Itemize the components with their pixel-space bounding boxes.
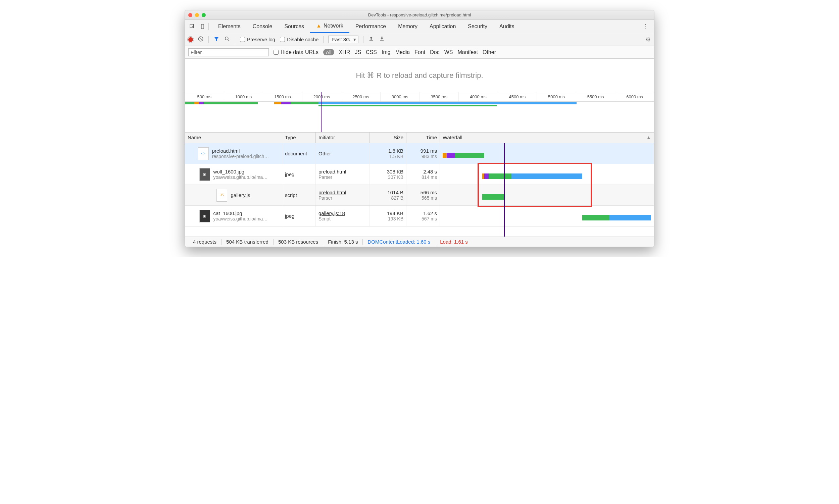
tab-console[interactable]: Console [247, 20, 279, 33]
status-load: Load: 1.61 s [435, 239, 472, 245]
load-marker-line [504, 143, 505, 237]
titlebar[interactable]: DevTools - responsive-preload.glitch.me/… [185, 11, 654, 20]
tab-application[interactable]: Application [424, 20, 462, 33]
initiator-link[interactable]: gallery.js:18 [319, 210, 367, 216]
svg-line-5 [228, 40, 229, 41]
column-size[interactable]: Size [370, 132, 406, 143]
select-element-icon[interactable] [189, 23, 196, 30]
table-row[interactable]: <>preload.htmlresponsive-preload.glitch…… [185, 143, 654, 164]
tab-memory[interactable]: Memory [392, 20, 424, 33]
filter-type-media[interactable]: Media [395, 49, 410, 55]
svg-rect-6 [370, 41, 373, 41]
network-toolbar: Preserve log Disable cache Fast 3G ⚙ [185, 33, 654, 46]
request-name: preload.html [212, 148, 269, 154]
upload-har-icon[interactable] [368, 36, 374, 43]
tab-sources[interactable]: Sources [278, 20, 310, 33]
svg-rect-1 [201, 24, 204, 29]
tab-performance[interactable]: Performance [350, 20, 392, 33]
filter-input[interactable] [188, 48, 269, 56]
sort-caret-icon: ▲ [646, 134, 651, 140]
tab-network[interactable]: ▲Network [310, 20, 350, 33]
device-toggle-icon[interactable] [200, 23, 207, 30]
throttle-select[interactable]: Fast 3G [328, 36, 358, 43]
record-button[interactable] [188, 37, 193, 42]
requests-table-header: Name Type Initiator Size Time Waterfall▲ [185, 132, 654, 143]
timeline-ticks: 500 ms1000 ms1500 ms2000 ms2500 ms3000 m… [185, 92, 654, 102]
status-bar: 4 requests 504 KB transferred 503 KB res… [185, 237, 654, 247]
preserve-log-checkbox[interactable]: Preserve log [240, 37, 275, 42]
filter-type-img[interactable]: Img [381, 49, 391, 55]
column-initiator[interactable]: Initiator [316, 132, 370, 143]
status-resources: 503 KB resources [273, 239, 323, 245]
filmstrip-hint: Hit ⌘ R to reload and capture filmstrip. [356, 71, 483, 80]
status-requests: 4 requests [188, 239, 221, 245]
filter-type-js[interactable]: JS [355, 49, 361, 55]
request-name: wolf_1600.jpg [213, 169, 268, 175]
status-domcontentloaded: DOMContentLoaded: 1.60 s [363, 239, 435, 245]
devtools-window: DevTools - responsive-preload.glitch.me/… [184, 10, 655, 247]
file-icon: JS [216, 189, 227, 202]
table-row[interactable]: ▣cat_1600.jpgyoavweiss.github.io/ima… jp… [185, 206, 654, 227]
file-icon: ▣ [199, 168, 210, 181]
filter-type-css[interactable]: CSS [366, 49, 377, 55]
initiator-link[interactable]: preload.html [319, 190, 367, 195]
main-tab-bar: Elements Console Sources ▲Network Perfor… [185, 20, 654, 33]
table-row[interactable]: JSgallery.js script preload.htmlParser 1… [185, 185, 654, 206]
svg-rect-7 [380, 41, 384, 41]
tab-network-label: Network [323, 23, 343, 29]
request-name: cat_1600.jpg [213, 210, 268, 216]
table-row[interactable]: ▣wolf_1600.jpgyoavweiss.github.io/ima… j… [185, 164, 654, 185]
timeline-bars [185, 102, 654, 107]
filter-type-doc[interactable]: Doc [430, 49, 439, 55]
timeline-overview[interactable]: 500 ms1000 ms1500 ms2000 ms2500 ms3000 m… [185, 92, 654, 132]
filter-type-all[interactable]: All [323, 49, 334, 55]
hide-data-urls-checkbox[interactable]: Hide data URLs [273, 49, 319, 55]
requests-table-body: <>preload.htmlresponsive-preload.glitch…… [185, 143, 654, 237]
filter-type-manifest[interactable]: Manifest [458, 49, 478, 55]
search-icon[interactable] [224, 36, 230, 43]
filter-type-xhr[interactable]: XHR [339, 49, 350, 55]
tab-security[interactable]: Security [462, 20, 493, 33]
filter-type-ws[interactable]: WS [444, 49, 453, 55]
window-title: DevTools - responsive-preload.glitch.me/… [185, 13, 654, 17]
request-name: gallery.js [231, 192, 250, 198]
more-menu-icon[interactable]: ⋮ [639, 23, 652, 30]
filter-bar: Hide data URLs All XHR JS CSS Img Media … [185, 46, 654, 59]
load-event-line [321, 92, 322, 132]
settings-icon[interactable]: ⚙ [645, 36, 651, 43]
warning-icon: ▲ [316, 23, 322, 29]
svg-line-3 [199, 38, 202, 41]
filter-toggle-icon[interactable] [213, 36, 219, 43]
filter-type-font[interactable]: Font [414, 49, 425, 55]
clear-icon[interactable] [198, 36, 204, 43]
filmstrip-panel: Hit ⌘ R to reload and capture filmstrip. [185, 59, 654, 92]
file-icon: ▣ [199, 210, 210, 222]
status-transferred: 504 KB transferred [221, 239, 273, 245]
disable-cache-checkbox[interactable]: Disable cache [280, 37, 319, 42]
download-har-icon[interactable] [379, 36, 385, 43]
initiator-link[interactable]: preload.html [319, 169, 367, 175]
column-type[interactable]: Type [282, 132, 316, 143]
tab-audits[interactable]: Audits [493, 20, 520, 33]
file-icon: <> [198, 147, 209, 160]
column-time[interactable]: Time [406, 132, 440, 143]
filter-type-other[interactable]: Other [483, 49, 496, 55]
svg-point-4 [225, 37, 228, 40]
status-finish: Finish: 5.13 s [323, 239, 363, 245]
tab-elements[interactable]: Elements [212, 20, 247, 33]
column-name[interactable]: Name [185, 132, 282, 143]
column-waterfall[interactable]: Waterfall▲ [440, 132, 654, 143]
